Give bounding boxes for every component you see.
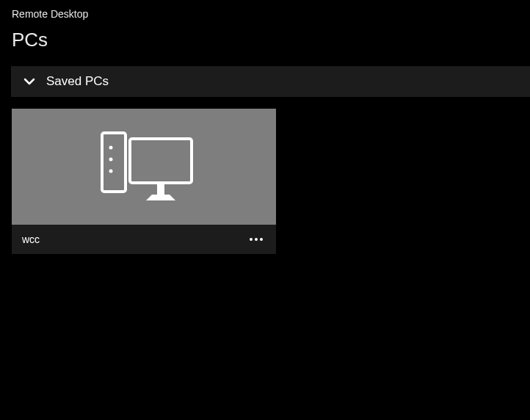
- pc-name: wcc: [22, 233, 40, 245]
- chevron-down-icon: [23, 75, 36, 88]
- section-title: Saved PCs: [46, 74, 109, 89]
- app-title: Remote Desktop: [0, 0, 530, 24]
- desktop-pc-icon: [89, 121, 199, 212]
- more-options-button[interactable]: [247, 235, 266, 244]
- pc-tile[interactable]: wcc: [12, 109, 276, 254]
- svg-point-1: [109, 146, 113, 150]
- svg-rect-4: [130, 139, 192, 183]
- pc-grid: wcc: [0, 97, 530, 266]
- svg-rect-5: [157, 184, 164, 195]
- page-title: PCs: [0, 24, 530, 66]
- pc-thumbnail: [12, 109, 276, 225]
- saved-pcs-section-header[interactable]: Saved PCs: [11, 66, 530, 97]
- more-icon: [250, 238, 253, 241]
- svg-point-2: [109, 158, 113, 162]
- svg-point-3: [109, 170, 113, 173]
- pc-tile-footer: wcc: [12, 225, 276, 254]
- svg-rect-0: [102, 133, 126, 192]
